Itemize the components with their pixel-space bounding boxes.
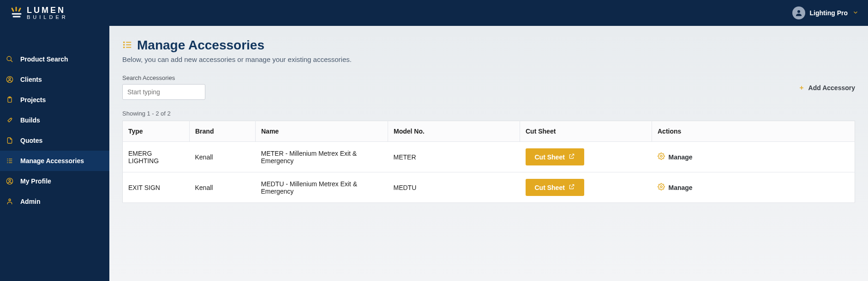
sidebar-item-label: Projects bbox=[20, 96, 46, 104]
sidebar: Product Search Clients Projects Builds Q… bbox=[0, 26, 109, 281]
manage-button[interactable]: Manage bbox=[658, 183, 693, 192]
svg-line-2 bbox=[19, 8, 20, 11]
col-header-type: Type bbox=[123, 121, 190, 142]
brand-sub: BUILDER bbox=[27, 14, 68, 20]
admin-icon bbox=[6, 198, 14, 205]
svg-point-28 bbox=[660, 186, 662, 188]
sidebar-item-label: Clients bbox=[20, 76, 42, 83]
sidebar-item-builds[interactable]: Builds bbox=[0, 110, 109, 130]
manage-button[interactable]: Manage bbox=[658, 153, 693, 161]
svg-line-0 bbox=[12, 8, 13, 11]
gear-icon bbox=[658, 183, 665, 192]
user-circle-icon bbox=[6, 76, 14, 83]
col-header-actions: Actions bbox=[652, 121, 855, 142]
brand-logo[interactable]: LUMEN BUILDER bbox=[9, 6, 68, 20]
cell-model: MEDTU bbox=[388, 172, 520, 203]
cell-name: MEDTU - Millenium Metrex Exit & Emergenc… bbox=[256, 172, 388, 203]
accessories-table: Type Brand Name Model No. Cut Sheet Acti… bbox=[122, 121, 855, 203]
col-header-brand: Brand bbox=[190, 121, 256, 142]
sidebar-item-my-profile[interactable]: My Profile bbox=[0, 171, 109, 191]
cell-name: METER - Millenium Metrex Exit & Emergenc… bbox=[256, 142, 388, 172]
col-header-cutsheet: Cut Sheet bbox=[520, 121, 652, 142]
svg-point-16 bbox=[7, 161, 8, 161]
sidebar-item-quotes[interactable]: Quotes bbox=[0, 130, 109, 151]
sidebar-item-clients[interactable]: Clients bbox=[0, 69, 109, 90]
cell-actions: Manage bbox=[652, 142, 855, 172]
table-row: EXIT SIGNKenallMEDTU - Millenium Metrex … bbox=[123, 172, 855, 203]
svg-point-15 bbox=[7, 159, 8, 159]
svg-line-7 bbox=[11, 60, 12, 62]
sidebar-item-projects[interactable]: Projects bbox=[0, 90, 109, 110]
col-header-model: Model No. bbox=[388, 121, 520, 142]
cell-actions: Manage bbox=[652, 172, 855, 203]
tools-icon bbox=[6, 116, 14, 124]
list-icon bbox=[6, 157, 14, 165]
gear-icon bbox=[658, 153, 665, 161]
cut-sheet-button[interactable]: Cut Sheet bbox=[526, 148, 584, 165]
avatar bbox=[792, 6, 805, 19]
page-subtitle: Below, you can add new accessories or ma… bbox=[122, 55, 855, 63]
manage-label: Manage bbox=[669, 184, 693, 191]
cut-sheet-button[interactable]: Cut Sheet bbox=[526, 179, 584, 196]
col-header-name: Name bbox=[256, 121, 388, 142]
topbar: LUMEN BUILDER Lighting Pro bbox=[0, 0, 868, 26]
svg-point-5 bbox=[797, 10, 800, 13]
cell-type: EXIT SIGN bbox=[123, 172, 190, 203]
cell-brand: Kenall bbox=[190, 172, 256, 203]
sidebar-item-admin[interactable]: Admin bbox=[0, 191, 109, 212]
cell-cutsheet: Cut Sheet bbox=[520, 172, 652, 203]
list-icon bbox=[122, 40, 132, 51]
chevron-down-icon bbox=[852, 9, 859, 17]
search-icon bbox=[6, 55, 14, 63]
sidebar-item-label: Manage Accessories bbox=[20, 157, 84, 165]
sidebar-item-label: Product Search bbox=[20, 55, 68, 63]
sidebar-item-label: Builds bbox=[20, 116, 40, 124]
add-accessory-label: Add Accessory bbox=[808, 84, 855, 92]
cut-sheet-label: Cut Sheet bbox=[535, 184, 565, 191]
user-menu[interactable]: Lighting Pro bbox=[792, 6, 859, 19]
main-content: Manage Accessories Below, you can add ne… bbox=[109, 26, 868, 281]
svg-point-27 bbox=[660, 155, 662, 157]
add-accessory-button[interactable]: ＋ Add Accessory bbox=[798, 74, 855, 92]
search-label: Search Accessories bbox=[122, 74, 205, 81]
external-link-icon bbox=[569, 153, 575, 161]
sidebar-item-label: My Profile bbox=[20, 177, 51, 185]
sidebar-item-manage-accessories[interactable]: Manage Accessories bbox=[0, 151, 109, 171]
sidebar-item-label: Admin bbox=[20, 198, 41, 205]
cut-sheet-label: Cut Sheet bbox=[535, 153, 565, 161]
clipboard-icon bbox=[6, 96, 14, 104]
search-input[interactable] bbox=[122, 84, 205, 100]
user-circle-icon bbox=[6, 177, 14, 185]
sidebar-item-label: Quotes bbox=[20, 137, 42, 144]
svg-point-6 bbox=[7, 56, 11, 61]
logo-mark-icon bbox=[9, 6, 23, 20]
results-count: Showing 1 - 2 of 2 bbox=[122, 110, 855, 117]
svg-point-25 bbox=[124, 44, 125, 45]
svg-point-17 bbox=[7, 163, 8, 163]
cell-model: METER bbox=[388, 142, 520, 172]
cell-type: EMERG LIGHTING bbox=[123, 142, 190, 172]
cell-cutsheet: Cut Sheet bbox=[520, 142, 652, 172]
page-title: Manage Accessories bbox=[137, 38, 264, 53]
svg-point-26 bbox=[124, 47, 125, 48]
cell-brand: Kenall bbox=[190, 142, 256, 172]
svg-point-19 bbox=[9, 179, 11, 181]
svg-point-9 bbox=[9, 78, 11, 79]
file-icon bbox=[6, 137, 14, 144]
svg-point-24 bbox=[124, 42, 125, 43]
table-row: EMERG LIGHTINGKenallMETER - Millenium Me… bbox=[123, 142, 855, 172]
sidebar-item-product-search[interactable]: Product Search bbox=[0, 49, 109, 69]
manage-label: Manage bbox=[669, 153, 693, 161]
external-link-icon bbox=[569, 183, 575, 191]
user-name: Lighting Pro bbox=[810, 9, 848, 17]
plus-icon: ＋ bbox=[798, 84, 805, 92]
brand-name: LUMEN bbox=[27, 6, 66, 15]
